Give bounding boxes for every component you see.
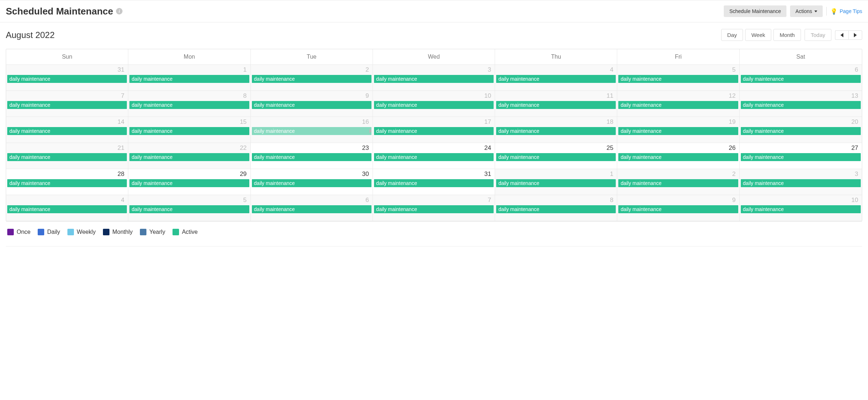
calendar-event[interactable]: daily maintenance (496, 127, 616, 135)
calendar-event[interactable]: daily maintenance (252, 179, 371, 187)
calendar-cell[interactable]: 30daily maintenance (251, 169, 373, 195)
calendar-cell[interactable]: 7daily maintenance (6, 91, 128, 117)
calendar-cell[interactable]: 9daily maintenance (251, 91, 373, 117)
calendar-event[interactable]: daily maintenance (374, 153, 494, 161)
calendar-event[interactable]: daily maintenance (741, 101, 861, 109)
calendar-event[interactable]: daily maintenance (7, 153, 127, 161)
calendar-cell[interactable]: 17daily maintenance (373, 117, 495, 143)
calendar-event[interactable]: daily maintenance (618, 101, 738, 109)
calendar-event[interactable]: daily maintenance (7, 127, 127, 135)
calendar-event[interactable]: daily maintenance (374, 101, 494, 109)
calendar-event[interactable]: daily maintenance (7, 179, 127, 187)
calendar-event[interactable]: daily maintenance (374, 75, 494, 83)
calendar-event[interactable]: daily maintenance (618, 205, 738, 213)
calendar-event[interactable]: daily maintenance (618, 127, 738, 135)
calendar-event[interactable]: daily maintenance (618, 153, 738, 161)
calendar-cell[interactable]: 26daily maintenance (617, 143, 739, 169)
calendar-event[interactable]: daily maintenance (374, 179, 494, 187)
calendar-cell[interactable]: 1daily maintenance (495, 169, 617, 195)
calendar-cell[interactable]: 3daily maintenance (740, 169, 862, 195)
day-number: 31 (373, 169, 495, 178)
calendar-cell[interactable]: 25daily maintenance (495, 143, 617, 169)
calendar-cell[interactable]: 21daily maintenance (6, 143, 128, 169)
calendar-event[interactable]: daily maintenance (252, 153, 371, 161)
calendar-cell[interactable]: 16daily maintenance (251, 117, 373, 143)
next-button[interactable] (848, 30, 862, 40)
calendar-cell[interactable]: 28daily maintenance (6, 169, 128, 195)
calendar-event[interactable]: daily maintenance (129, 75, 249, 83)
calendar-cell[interactable]: 24daily maintenance (373, 143, 495, 169)
calendar-cell[interactable]: 20daily maintenance (740, 117, 862, 143)
calendar-event[interactable]: daily maintenance (618, 179, 738, 187)
calendar-event[interactable]: daily maintenance (374, 127, 494, 135)
calendar-event[interactable]: daily maintenance (129, 205, 249, 213)
calendar-event[interactable]: daily maintenance (741, 75, 861, 83)
calendar-event[interactable]: daily maintenance (496, 153, 616, 161)
schedule-maintenance-button[interactable]: Schedule Maintenance (724, 5, 786, 17)
today-button[interactable]: Today (805, 29, 831, 41)
calendar-cell[interactable]: 2daily maintenance (251, 65, 373, 91)
calendar-cell[interactable]: 6daily maintenance (251, 195, 373, 221)
calendar-event[interactable]: daily maintenance (129, 179, 249, 187)
calendar-event[interactable]: daily maintenance (7, 101, 127, 109)
calendar-event[interactable]: daily maintenance (129, 101, 249, 109)
calendar-cell[interactable]: 10daily maintenance (740, 195, 862, 221)
calendar-event[interactable]: daily maintenance (252, 127, 371, 135)
calendar-cell[interactable]: 19daily maintenance (617, 117, 739, 143)
calendar-cell[interactable]: 31daily maintenance (6, 65, 128, 91)
calendar-event[interactable]: daily maintenance (129, 127, 249, 135)
calendar-day-header-row: SunMonTueWedThuFriSat (6, 49, 862, 65)
calendar-event[interactable]: daily maintenance (741, 153, 861, 161)
calendar-event[interactable]: daily maintenance (496, 75, 616, 83)
calendar-cell[interactable]: 23daily maintenance (251, 143, 373, 169)
calendar-event[interactable]: daily maintenance (741, 179, 861, 187)
calendar-cell[interactable]: 11daily maintenance (495, 91, 617, 117)
calendar-cell[interactable]: 10daily maintenance (373, 91, 495, 117)
calendar-event[interactable]: daily maintenance (7, 205, 127, 213)
calendar-cell[interactable]: 27daily maintenance (740, 143, 862, 169)
calendar-cell[interactable]: 9daily maintenance (617, 195, 739, 221)
view-month-button[interactable]: Month (773, 29, 801, 41)
view-day-button[interactable]: Day (721, 29, 743, 41)
calendar-event[interactable]: daily maintenance (7, 75, 127, 83)
calendar-event[interactable]: daily maintenance (252, 75, 371, 83)
calendar-event[interactable]: daily maintenance (496, 205, 616, 213)
calendar-cell[interactable]: 6daily maintenance (740, 65, 862, 91)
calendar-event[interactable]: daily maintenance (741, 205, 861, 213)
calendar-cell[interactable]: 31daily maintenance (373, 169, 495, 195)
calendar-cell[interactable]: 3daily maintenance (373, 65, 495, 91)
calendar-cell[interactable]: 8daily maintenance (128, 91, 250, 117)
calendar-cell[interactable]: 4daily maintenance (6, 195, 128, 221)
calendar-cell[interactable]: 18daily maintenance (495, 117, 617, 143)
calendar-cell[interactable]: 22daily maintenance (128, 143, 250, 169)
actions-dropdown-button[interactable]: Actions (790, 5, 823, 17)
calendar-cell[interactable]: 7daily maintenance (373, 195, 495, 221)
prev-button[interactable] (835, 30, 848, 40)
calendar-event[interactable]: daily maintenance (252, 101, 371, 109)
calendar-event[interactable]: daily maintenance (496, 179, 616, 187)
calendar-cell[interactable]: 2daily maintenance (617, 169, 739, 195)
calendar-cell[interactable]: 12daily maintenance (617, 91, 739, 117)
info-icon[interactable]: i (116, 8, 122, 14)
page-title: Scheduled Maintenance i (6, 6, 122, 17)
day-number: 14 (6, 117, 128, 126)
calendar-cell[interactable]: 13daily maintenance (740, 91, 862, 117)
calendar-cell[interactable]: 14daily maintenance (6, 117, 128, 143)
calendar-event[interactable]: daily maintenance (129, 153, 249, 161)
view-week-button[interactable]: Week (745, 29, 771, 41)
page-tips-link[interactable]: 💡 Page Tips (830, 8, 862, 15)
calendar-event[interactable]: daily maintenance (741, 127, 861, 135)
legend-item: Monthly (103, 229, 133, 235)
calendar-cell[interactable]: 5daily maintenance (128, 195, 250, 221)
calendar-cell[interactable]: 29daily maintenance (128, 169, 250, 195)
calendar-event[interactable]: daily maintenance (496, 101, 616, 109)
day-number: 26 (617, 143, 739, 152)
calendar-cell[interactable]: 4daily maintenance (495, 65, 617, 91)
calendar-event[interactable]: daily maintenance (252, 205, 371, 213)
calendar-event[interactable]: daily maintenance (618, 75, 738, 83)
calendar-cell[interactable]: 15daily maintenance (128, 117, 250, 143)
calendar-cell[interactable]: 1daily maintenance (128, 65, 250, 91)
calendar-event[interactable]: daily maintenance (374, 205, 494, 213)
calendar-cell[interactable]: 5daily maintenance (617, 65, 739, 91)
calendar-cell[interactable]: 8daily maintenance (495, 195, 617, 221)
